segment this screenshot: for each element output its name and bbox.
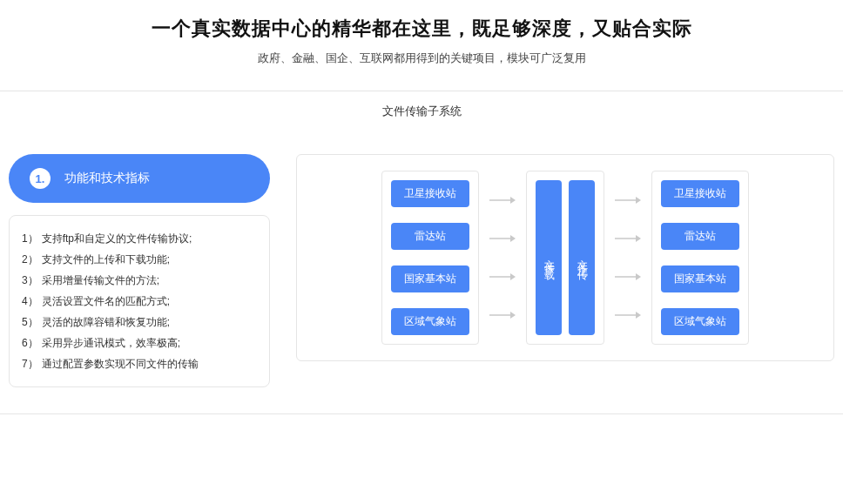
feature-item: 5）灵活的故障容错和恢复功能; xyxy=(22,312,257,333)
arrow-right-icon xyxy=(613,189,643,212)
node-satellite-left: 卫星接收站 xyxy=(391,180,469,207)
svg-marker-1 xyxy=(510,197,516,204)
tab-features[interactable]: 1. 功能和技术指标 xyxy=(9,154,270,203)
main-panel: 文件传输子系统 1. 功能和技术指标 1）支持ftp和自定义的文件传输协议; 2… xyxy=(0,91,843,414)
node-regional-right: 区域气象站 xyxy=(661,308,739,335)
arrows-right xyxy=(613,171,643,345)
node-regional-left: 区域气象站 xyxy=(391,308,469,335)
page-title: 一个真实数据中心的精华都在这里，既足够深度，又贴合实际 xyxy=(0,16,843,42)
svg-marker-11 xyxy=(636,235,641,242)
feature-item: 3）采用增量传输文件的方法; xyxy=(22,270,257,291)
page-header: 一个真实数据中心的精华都在这里，既足够深度，又贴合实际 政府、金融、国企、互联网… xyxy=(0,0,843,75)
feature-text: 支持文件的上传和下载功能; xyxy=(42,249,170,270)
node-radar-right: 雷达站 xyxy=(661,223,739,250)
diagram-left-nodes: 卫星接收站 雷达站 国家基本站 区域气象站 xyxy=(391,180,469,335)
feature-num: 5） xyxy=(22,312,38,333)
node-national-right: 国家基本站 xyxy=(661,265,739,292)
feature-item: 4）灵活设置文件名的匹配方式; xyxy=(22,291,257,312)
feature-card: 1）支持ftp和自定义的文件传输协议; 2）支持文件的上传和下载功能; 3）采用… xyxy=(9,215,270,387)
diagram-right-group: 卫星接收站 雷达站 国家基本站 区域气象站 xyxy=(651,171,749,345)
feature-item: 2）支持文件的上传和下载功能; xyxy=(22,249,257,270)
diagram-right-nodes: 卫星接收站 雷达站 国家基本站 区域气象站 xyxy=(661,180,739,335)
node-radar-left: 雷达站 xyxy=(391,223,469,250)
arrow-right-icon xyxy=(613,227,643,250)
feature-item: 7）通过配置参数实现不同文件的传输 xyxy=(22,353,257,374)
svg-marker-3 xyxy=(510,235,516,242)
node-satellite-right: 卫星接收站 xyxy=(661,180,739,207)
feature-num: 1） xyxy=(22,228,38,249)
feature-item: 6）采用异步通讯模式，效率极高; xyxy=(22,333,257,353)
arrow-right-icon xyxy=(488,304,517,326)
feature-list: 1）支持ftp和自定义的文件传输协议; 2）支持文件的上传和下载功能; 3）采用… xyxy=(22,228,257,374)
diagram-center-group: 文件下载 文件上传 xyxy=(526,171,604,345)
feature-text: 采用增量传输文件的方法; xyxy=(42,270,159,291)
svg-marker-13 xyxy=(636,273,641,280)
tab-label: 功能和技术指标 xyxy=(64,171,150,186)
svg-marker-7 xyxy=(510,312,516,319)
feature-num: 7） xyxy=(22,353,38,374)
svg-marker-15 xyxy=(636,312,641,319)
left-column: 1. 功能和技术指标 1）支持ftp和自定义的文件传输协议; 2）支持文件的上传… xyxy=(9,154,270,387)
node-file-upload: 文件上传 xyxy=(569,180,595,335)
arrow-right-icon xyxy=(488,265,517,288)
feature-num: 4） xyxy=(22,291,38,312)
content-row: 1. 功能和技术指标 1）支持ftp和自定义的文件传输协议; 2）支持文件的上传… xyxy=(0,154,843,387)
arrow-right-icon xyxy=(613,265,643,288)
feature-text: 支持ftp和自定义的文件传输协议; xyxy=(42,228,192,249)
node-national-left: 国家基本站 xyxy=(391,265,469,292)
feature-text: 采用异步通讯模式，效率极高; xyxy=(42,333,180,353)
feature-text: 灵活设置文件名的匹配方式; xyxy=(42,291,170,312)
diagram-left-group: 卫星接收站 雷达站 国家基本站 区域气象站 xyxy=(381,171,479,345)
diagram-panel: 卫星接收站 雷达站 国家基本站 区域气象站 文件下载 文件上传 xyxy=(296,154,834,361)
feature-num: 6） xyxy=(22,333,38,353)
feature-item: 1）支持ftp和自定义的文件传输协议; xyxy=(22,228,257,249)
node-file-download: 文件下载 xyxy=(536,180,562,335)
tab-number-badge: 1. xyxy=(30,168,51,189)
arrows-left xyxy=(488,171,517,345)
panel-title: 文件传输子系统 xyxy=(0,91,843,154)
arrow-right-icon xyxy=(488,189,517,212)
svg-marker-9 xyxy=(636,197,641,204)
arrow-right-icon xyxy=(613,304,643,326)
feature-num: 3） xyxy=(22,270,38,291)
feature-text: 通过配置参数实现不同文件的传输 xyxy=(42,353,199,374)
page-subtitle: 政府、金融、国企、互联网都用得到的关键项目，模块可广泛复用 xyxy=(0,50,843,66)
svg-marker-5 xyxy=(510,273,516,280)
feature-num: 2） xyxy=(22,249,38,270)
feature-text: 灵活的故障容错和恢复功能; xyxy=(42,312,170,333)
arrow-right-icon xyxy=(488,227,517,250)
